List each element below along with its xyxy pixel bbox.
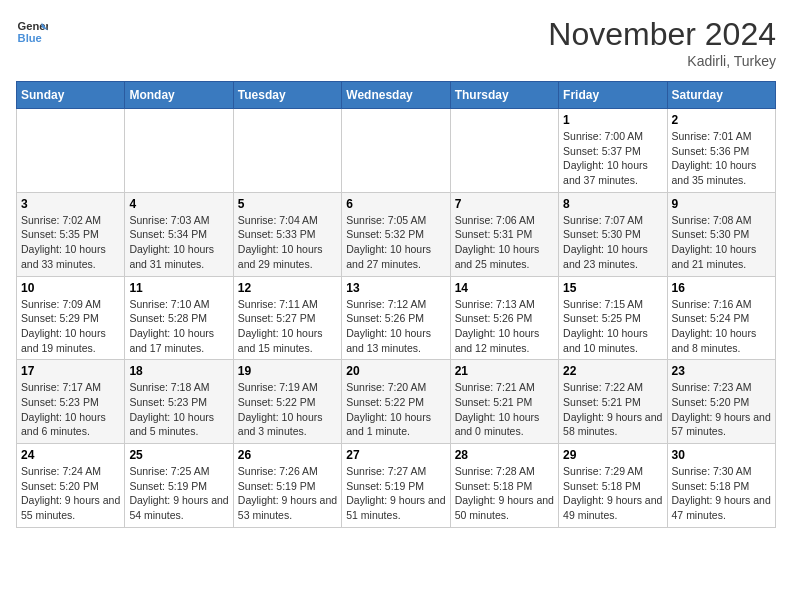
calendar-cell: 25Sunrise: 7:25 AM Sunset: 5:19 PM Dayli… bbox=[125, 444, 233, 528]
day-number: 30 bbox=[672, 448, 771, 462]
day-number: 4 bbox=[129, 197, 228, 211]
day-number: 27 bbox=[346, 448, 445, 462]
calendar-week-row: 10Sunrise: 7:09 AM Sunset: 5:29 PM Dayli… bbox=[17, 276, 776, 360]
day-number: 3 bbox=[21, 197, 120, 211]
day-info: Sunrise: 7:04 AM Sunset: 5:33 PM Dayligh… bbox=[238, 213, 337, 272]
calendar-cell bbox=[125, 109, 233, 193]
weekday-header: Sunday bbox=[17, 82, 125, 109]
calendar-cell: 10Sunrise: 7:09 AM Sunset: 5:29 PM Dayli… bbox=[17, 276, 125, 360]
calendar-cell: 27Sunrise: 7:27 AM Sunset: 5:19 PM Dayli… bbox=[342, 444, 450, 528]
day-info: Sunrise: 7:05 AM Sunset: 5:32 PM Dayligh… bbox=[346, 213, 445, 272]
weekday-header: Thursday bbox=[450, 82, 558, 109]
day-info: Sunrise: 7:07 AM Sunset: 5:30 PM Dayligh… bbox=[563, 213, 662, 272]
day-info: Sunrise: 7:17 AM Sunset: 5:23 PM Dayligh… bbox=[21, 380, 120, 439]
day-info: Sunrise: 7:13 AM Sunset: 5:26 PM Dayligh… bbox=[455, 297, 554, 356]
day-number: 29 bbox=[563, 448, 662, 462]
weekday-header: Saturday bbox=[667, 82, 775, 109]
calendar-cell: 11Sunrise: 7:10 AM Sunset: 5:28 PM Dayli… bbox=[125, 276, 233, 360]
day-info: Sunrise: 7:18 AM Sunset: 5:23 PM Dayligh… bbox=[129, 380, 228, 439]
day-info: Sunrise: 7:11 AM Sunset: 5:27 PM Dayligh… bbox=[238, 297, 337, 356]
logo: General Blue bbox=[16, 16, 48, 48]
calendar-cell bbox=[233, 109, 341, 193]
day-info: Sunrise: 7:12 AM Sunset: 5:26 PM Dayligh… bbox=[346, 297, 445, 356]
calendar-cell: 20Sunrise: 7:20 AM Sunset: 5:22 PM Dayli… bbox=[342, 360, 450, 444]
calendar-cell: 1Sunrise: 7:00 AM Sunset: 5:37 PM Daylig… bbox=[559, 109, 667, 193]
calendar-cell: 13Sunrise: 7:12 AM Sunset: 5:26 PM Dayli… bbox=[342, 276, 450, 360]
day-number: 28 bbox=[455, 448, 554, 462]
calendar-week-row: 1Sunrise: 7:00 AM Sunset: 5:37 PM Daylig… bbox=[17, 109, 776, 193]
day-info: Sunrise: 7:24 AM Sunset: 5:20 PM Dayligh… bbox=[21, 464, 120, 523]
day-info: Sunrise: 7:27 AM Sunset: 5:19 PM Dayligh… bbox=[346, 464, 445, 523]
calendar-cell: 16Sunrise: 7:16 AM Sunset: 5:24 PM Dayli… bbox=[667, 276, 775, 360]
day-number: 10 bbox=[21, 281, 120, 295]
day-info: Sunrise: 7:06 AM Sunset: 5:31 PM Dayligh… bbox=[455, 213, 554, 272]
day-info: Sunrise: 7:02 AM Sunset: 5:35 PM Dayligh… bbox=[21, 213, 120, 272]
day-info: Sunrise: 7:26 AM Sunset: 5:19 PM Dayligh… bbox=[238, 464, 337, 523]
calendar-cell: 28Sunrise: 7:28 AM Sunset: 5:18 PM Dayli… bbox=[450, 444, 558, 528]
day-info: Sunrise: 7:22 AM Sunset: 5:21 PM Dayligh… bbox=[563, 380, 662, 439]
day-number: 7 bbox=[455, 197, 554, 211]
calendar-cell bbox=[342, 109, 450, 193]
calendar-cell: 8Sunrise: 7:07 AM Sunset: 5:30 PM Daylig… bbox=[559, 192, 667, 276]
calendar-cell: 29Sunrise: 7:29 AM Sunset: 5:18 PM Dayli… bbox=[559, 444, 667, 528]
day-number: 22 bbox=[563, 364, 662, 378]
calendar-cell: 23Sunrise: 7:23 AM Sunset: 5:20 PM Dayli… bbox=[667, 360, 775, 444]
day-number: 26 bbox=[238, 448, 337, 462]
calendar-week-row: 17Sunrise: 7:17 AM Sunset: 5:23 PM Dayli… bbox=[17, 360, 776, 444]
calendar-cell: 2Sunrise: 7:01 AM Sunset: 5:36 PM Daylig… bbox=[667, 109, 775, 193]
month-title: November 2024 bbox=[548, 16, 776, 53]
day-info: Sunrise: 7:00 AM Sunset: 5:37 PM Dayligh… bbox=[563, 129, 662, 188]
calendar-cell bbox=[17, 109, 125, 193]
calendar-cell: 7Sunrise: 7:06 AM Sunset: 5:31 PM Daylig… bbox=[450, 192, 558, 276]
day-info: Sunrise: 7:01 AM Sunset: 5:36 PM Dayligh… bbox=[672, 129, 771, 188]
calendar-cell: 18Sunrise: 7:18 AM Sunset: 5:23 PM Dayli… bbox=[125, 360, 233, 444]
day-number: 23 bbox=[672, 364, 771, 378]
day-number: 16 bbox=[672, 281, 771, 295]
day-number: 21 bbox=[455, 364, 554, 378]
calendar-cell: 14Sunrise: 7:13 AM Sunset: 5:26 PM Dayli… bbox=[450, 276, 558, 360]
day-info: Sunrise: 7:29 AM Sunset: 5:18 PM Dayligh… bbox=[563, 464, 662, 523]
weekday-header: Monday bbox=[125, 82, 233, 109]
calendar-cell: 6Sunrise: 7:05 AM Sunset: 5:32 PM Daylig… bbox=[342, 192, 450, 276]
calendar-cell: 19Sunrise: 7:19 AM Sunset: 5:22 PM Dayli… bbox=[233, 360, 341, 444]
day-info: Sunrise: 7:15 AM Sunset: 5:25 PM Dayligh… bbox=[563, 297, 662, 356]
calendar-cell: 5Sunrise: 7:04 AM Sunset: 5:33 PM Daylig… bbox=[233, 192, 341, 276]
day-number: 6 bbox=[346, 197, 445, 211]
day-info: Sunrise: 7:25 AM Sunset: 5:19 PM Dayligh… bbox=[129, 464, 228, 523]
title-block: November 2024 Kadirli, Turkey bbox=[548, 16, 776, 69]
day-number: 17 bbox=[21, 364, 120, 378]
day-info: Sunrise: 7:19 AM Sunset: 5:22 PM Dayligh… bbox=[238, 380, 337, 439]
day-info: Sunrise: 7:30 AM Sunset: 5:18 PM Dayligh… bbox=[672, 464, 771, 523]
day-info: Sunrise: 7:16 AM Sunset: 5:24 PM Dayligh… bbox=[672, 297, 771, 356]
day-number: 1 bbox=[563, 113, 662, 127]
day-info: Sunrise: 7:21 AM Sunset: 5:21 PM Dayligh… bbox=[455, 380, 554, 439]
page-header: General Blue November 2024 Kadirli, Turk… bbox=[16, 16, 776, 69]
day-number: 5 bbox=[238, 197, 337, 211]
logo-icon: General Blue bbox=[16, 16, 48, 48]
calendar-cell: 26Sunrise: 7:26 AM Sunset: 5:19 PM Dayli… bbox=[233, 444, 341, 528]
day-number: 8 bbox=[563, 197, 662, 211]
weekday-header-row: SundayMondayTuesdayWednesdayThursdayFrid… bbox=[17, 82, 776, 109]
calendar-week-row: 3Sunrise: 7:02 AM Sunset: 5:35 PM Daylig… bbox=[17, 192, 776, 276]
day-info: Sunrise: 7:28 AM Sunset: 5:18 PM Dayligh… bbox=[455, 464, 554, 523]
calendar-cell: 12Sunrise: 7:11 AM Sunset: 5:27 PM Dayli… bbox=[233, 276, 341, 360]
day-number: 18 bbox=[129, 364, 228, 378]
svg-text:Blue: Blue bbox=[18, 32, 42, 44]
weekday-header: Tuesday bbox=[233, 82, 341, 109]
calendar-week-row: 24Sunrise: 7:24 AM Sunset: 5:20 PM Dayli… bbox=[17, 444, 776, 528]
calendar-cell: 17Sunrise: 7:17 AM Sunset: 5:23 PM Dayli… bbox=[17, 360, 125, 444]
day-info: Sunrise: 7:10 AM Sunset: 5:28 PM Dayligh… bbox=[129, 297, 228, 356]
calendar-cell: 30Sunrise: 7:30 AM Sunset: 5:18 PM Dayli… bbox=[667, 444, 775, 528]
day-number: 12 bbox=[238, 281, 337, 295]
calendar-cell: 22Sunrise: 7:22 AM Sunset: 5:21 PM Dayli… bbox=[559, 360, 667, 444]
day-info: Sunrise: 7:03 AM Sunset: 5:34 PM Dayligh… bbox=[129, 213, 228, 272]
location: Kadirli, Turkey bbox=[548, 53, 776, 69]
calendar-cell: 3Sunrise: 7:02 AM Sunset: 5:35 PM Daylig… bbox=[17, 192, 125, 276]
calendar-cell bbox=[450, 109, 558, 193]
day-number: 11 bbox=[129, 281, 228, 295]
day-number: 2 bbox=[672, 113, 771, 127]
day-number: 15 bbox=[563, 281, 662, 295]
day-number: 14 bbox=[455, 281, 554, 295]
day-info: Sunrise: 7:08 AM Sunset: 5:30 PM Dayligh… bbox=[672, 213, 771, 272]
day-number: 9 bbox=[672, 197, 771, 211]
